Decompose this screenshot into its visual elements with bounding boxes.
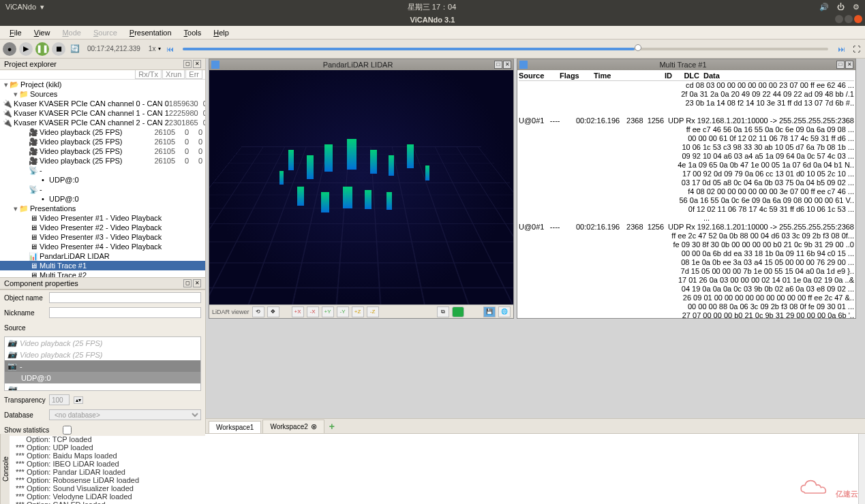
copy-button[interactable]: ⧉ — [437, 306, 449, 317]
show-stats-checkbox[interactable] — [63, 426, 72, 435]
volume-icon[interactable]: 🔊 — [819, 3, 829, 12]
trace-row[interactable]: 56 0a 16 55 0a 0c 6e 09 0a 6a 09 08 00 0… — [519, 196, 854, 205]
tab-close-icon[interactable]: ⊗ — [311, 422, 317, 431]
axis-x-pos-button[interactable]: +X — [292, 306, 304, 317]
close-icon[interactable]: ✕ — [503, 61, 511, 69]
trace-row[interactable]: 03 17 0d 05 a8 0c 04 6a 0b 03 75 0a 04 b… — [519, 178, 854, 187]
console-body[interactable]: Option: TCP loaded *** Option: UDP loade… — [10, 434, 858, 504]
axis-z-pos-button[interactable]: +Z — [352, 306, 364, 317]
save-button[interactable]: 💾 — [483, 306, 496, 317]
trace-titlebar[interactable]: Multi Trace #1 □ ✕ — [517, 59, 855, 70]
axis-y-pos-button[interactable]: +Y — [322, 306, 334, 317]
workspace-tab[interactable]: Workspace2⊗ — [262, 420, 324, 433]
tree-row[interactable]: 📡 - — [0, 166, 205, 175]
trace-row[interactable]: 00 00 00 88 0a 06 3c 09 2b f3 08 0f fe 0… — [519, 302, 854, 311]
maximize-icon[interactable]: □ — [836, 61, 845, 69]
tree-row[interactable]: 🖥Multi Trace #2 — [0, 270, 205, 278]
menu-help[interactable]: Help — [208, 27, 234, 38]
step-forward-button[interactable]: ⏭ — [835, 43, 847, 55]
trace-row[interactable]: 04 19 0a 0a 0a 0c 03 9b 0b 02 a6 0a 03 e… — [519, 285, 854, 294]
maximize-icon[interactable]: □ — [494, 61, 502, 69]
transparency-input[interactable] — [49, 394, 70, 405]
power-icon[interactable]: ⏻ — [837, 3, 845, 11]
trace-row[interactable]: 7d 15 05 00 00 00 7b 1e 00 55 15 04 a0 0… — [519, 267, 854, 276]
tree-row[interactable]: 🔌Kvaser KVASER PCIe CAN channel 2 - CAN … — [0, 118, 205, 127]
trace-row[interactable] — [519, 108, 854, 116]
record-indicator[interactable] — [452, 306, 464, 317]
axis-z-neg-button[interactable]: -Z — [367, 306, 379, 317]
axis-y-neg-button[interactable]: -Y — [337, 306, 349, 317]
workspace-tab[interactable]: Workspace1 — [209, 421, 261, 433]
trace-row[interactable]: 26 09 01 00 00 00 00 00 00 00 00 00 ff e… — [519, 294, 854, 302]
close-icon[interactable]: ✕ — [845, 61, 853, 69]
object-name-input[interactable] — [49, 292, 201, 303]
source-list-item[interactable]: 📷 - — [5, 383, 200, 391]
tree-row[interactable]: 🖥Multi Trace #1 — [0, 261, 205, 270]
lidar-titlebar[interactable]: PandarLiDAR LIDAR □ ✕ — [209, 59, 513, 70]
trace-row[interactable]: 08 1e 0a 0b ee 3a 03 a4 15 05 00 00 00 7… — [519, 258, 854, 267]
source-list-item[interactable]: 📷 Video playback (25 FPS) — [5, 337, 200, 349]
trace-row[interactable]: f4 08 02 00 00 00 00 00 00 3e 07 00 ff e… — [519, 187, 854, 196]
add-workspace-button[interactable]: + — [326, 421, 338, 433]
menu-view[interactable]: View — [29, 27, 56, 38]
close-button[interactable] — [854, 15, 862, 23]
rotate-button[interactable]: ⟲ — [252, 306, 264, 317]
maximize-button[interactable] — [845, 15, 853, 23]
tree-row[interactable]: ▾📁Sources — [0, 89, 205, 99]
trace-table[interactable]: SourceFlagsTimeIDDLCDatacd 08 03 00 00 0… — [517, 70, 855, 318]
filter-err[interactable]: Err — [185, 70, 202, 79]
tree-row[interactable]: 🖥Video Presenter #4 - Video Playback — [0, 242, 205, 251]
source-list-item[interactable]: 📷 - — [5, 360, 200, 372]
menu-file[interactable]: File — [4, 27, 27, 38]
tree-row[interactable]: ▾📁Presentations — [0, 204, 205, 213]
stop-button[interactable]: ◼ — [52, 42, 65, 56]
panel-close-button[interactable]: ✕ — [193, 60, 201, 68]
tree-row[interactable]: •UDP@:0 — [0, 175, 205, 185]
tree-row[interactable]: 🔌Kvaser KVASER PCIe CAN channel 0 - CAN … — [0, 99, 205, 108]
lidar-viewport[interactable] — [209, 70, 513, 304]
source-list[interactable]: 📷 Video playback (25 FPS)📷 Video playbac… — [4, 336, 201, 391]
tree-row[interactable]: 🖥Video Presenter #2 - Video Playback — [0, 223, 205, 232]
trace-row[interactable]: 17 00 92 0d 09 79 0a 06 cc 13 01 d0 10 0… — [519, 170, 854, 178]
trace-row[interactable]: 2f 0a 31 2a 0a 20 49 09 22 44 09 22 ad 0… — [519, 90, 854, 99]
trace-row[interactable]: ... — [519, 214, 854, 223]
panel-close-button[interactable]: ✕ — [193, 279, 201, 287]
trace-row[interactable]: 23 0b 1a 14 08 f2 14 10 3e 31 ff dd 13 0… — [519, 99, 854, 108]
scrollbar[interactable] — [858, 434, 865, 504]
console-label[interactable]: Console — [0, 434, 10, 504]
trace-row[interactable]: 00 00 0a 6b dd ea 33 18 1b 0a 09 11 6b 9… — [519, 249, 854, 258]
tree-row[interactable]: 🎥Video playback (25 FPS)2610500 — [0, 137, 205, 146]
trace-row[interactable]: U@0#1----00:02:16.19623681256UDP Rx 192.… — [519, 223, 854, 232]
axis-x-neg-button[interactable]: -X — [307, 306, 319, 317]
trace-row[interactable]: 00 00 00 61 0f 12 02 11 06 78 17 4c 59 3… — [519, 134, 854, 143]
trace-row[interactable]: cd 08 03 00 00 00 00 00 00 23 07 00 ff e… — [519, 81, 854, 90]
tree-row[interactable]: 🖥Video Presenter #1 - Video Playback — [0, 213, 205, 223]
trace-row[interactable]: U@0#1----00:02:16.19623681256UDP Rx 192.… — [519, 116, 854, 125]
minimize-button[interactable] — [835, 15, 843, 23]
sync-button[interactable]: 🔄 — [68, 42, 82, 56]
chevron-down-icon[interactable]: ▾ — [158, 46, 161, 52]
trace-row[interactable]: ff ee 2c 47 52 0a 0b 88 00 04 d6 03 3c 0… — [519, 232, 854, 240]
filter-xrun[interactable]: Xrun — [162, 70, 185, 79]
pan-button[interactable]: ✥ — [267, 306, 279, 317]
undock-button[interactable]: ◻ — [183, 279, 192, 287]
trace-row[interactable]: 27 07 00 00 00 b0 21 0c 9b 31 29 00 00 0… — [519, 311, 854, 318]
trace-row[interactable]: 4e 1a 09 65 0a 0b 47 1e 00 05 1a 07 6d 0… — [519, 161, 854, 170]
trace-row[interactable]: 09 92 10 04 a6 03 a4 a5 1a 09 64 0a 0c 5… — [519, 152, 854, 161]
step-back-button[interactable]: ⏮ — [164, 43, 176, 55]
play-button[interactable]: ▶ — [19, 42, 33, 56]
trace-row[interactable]: 17 01 26 0a 03 00 00 00 02 14 01 1e 0a 0… — [519, 276, 854, 285]
project-tree[interactable]: Rx/TxXrunErr ▾📂Project (kikl)▾📁Sources🔌K… — [0, 70, 205, 278]
tree-row[interactable]: 🎥Video playback (25 FPS)2610500 — [0, 146, 205, 156]
nickname-input[interactable] — [49, 307, 201, 318]
record-button[interactable]: ● — [3, 42, 16, 56]
pause-button[interactable]: ❚❚ — [35, 42, 49, 56]
filter-rx-tx[interactable]: Rx/Tx — [135, 70, 162, 79]
tree-row[interactable]: 🎥Video playback (25 FPS)2610500 — [0, 156, 205, 166]
globe-button[interactable]: 🌐 — [498, 306, 511, 317]
tree-row[interactable]: 📊PandarLiDAR LIDAR — [0, 251, 205, 261]
menu-tools[interactable]: Tools — [179, 27, 207, 38]
undock-button[interactable]: ◻ — [183, 60, 192, 68]
menu-presentation[interactable]: Presentation — [124, 27, 177, 38]
tree-row[interactable]: 🎥Video playback (25 FPS)2610500 — [0, 127, 205, 137]
